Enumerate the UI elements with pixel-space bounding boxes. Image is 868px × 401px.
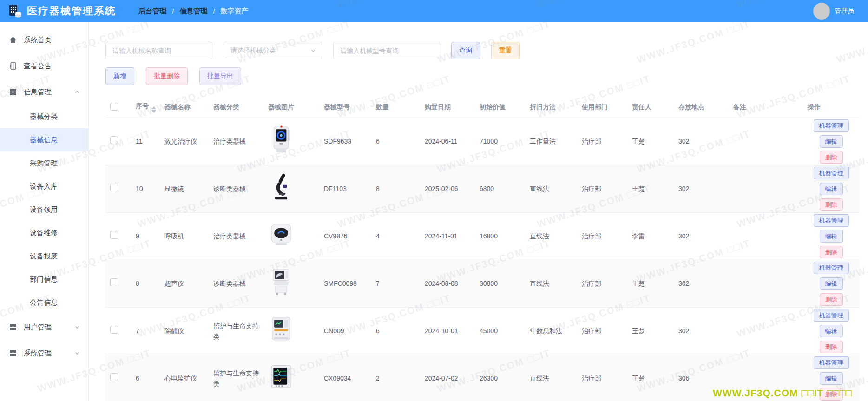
equipment-model: CV9876 <box>324 232 348 240</box>
category-select[interactable]: 请选择机械分类 <box>224 42 322 59</box>
delete-button[interactable]: 删除 <box>820 246 843 258</box>
batch-delete-button[interactable]: 批量删除 <box>146 67 188 85</box>
delete-button[interactable]: 删除 <box>820 151 843 164</box>
column-header: 数量 <box>376 103 389 111</box>
edit-button[interactable]: 编辑 <box>820 325 843 337</box>
delete-button[interactable]: 删除 <box>820 198 843 211</box>
sidebar-subitem-9[interactable]: 公告信息 <box>0 291 88 314</box>
column-header: 序号 <box>136 102 149 110</box>
reset-button[interactable]: 重置 <box>491 42 520 59</box>
column-header: 购置日期 <box>425 103 451 111</box>
edit-button[interactable]: 编辑 <box>820 372 843 385</box>
delete-button[interactable]: 删除 <box>820 341 843 353</box>
table-row: 10显微镜诊断类器械DF110382025-02-066800直线法治疗部王楚3… <box>105 165 859 213</box>
ventilator-photo <box>268 218 294 251</box>
row-checkbox[interactable] <box>110 373 118 381</box>
storage-location: 302 <box>678 185 689 192</box>
breadcrumb-item[interactable]: 后台管理 <box>138 7 166 16</box>
chevron-down-icon <box>310 48 316 53</box>
machine-manage-button[interactable]: 机器管理 <box>814 167 849 179</box>
grid-icon <box>8 348 18 358</box>
grid-icon <box>8 322 18 332</box>
machine-manage-button[interactable]: 机器管理 <box>814 262 849 274</box>
row-checkbox[interactable] <box>110 278 118 286</box>
equipment-category: 监护与生命支持类 <box>213 322 259 340</box>
quantity: 6 <box>376 138 380 145</box>
delete-button[interactable]: 删除 <box>820 388 843 401</box>
edit-button[interactable]: 编辑 <box>820 230 843 243</box>
search-bar: 请选择机械分类 查询 重置 <box>105 42 859 59</box>
query-button[interactable]: 查询 <box>451 42 480 59</box>
breadcrumb-item[interactable]: 信息管理 <box>179 7 207 16</box>
equipment-category: 诊断类器械 <box>213 185 246 192</box>
avatar[interactable] <box>813 3 830 20</box>
name-search-input[interactable] <box>105 42 212 59</box>
machine-manage-button[interactable]: 机器管理 <box>814 214 849 227</box>
sidebar-subitem-label: 设备维修 <box>30 229 58 237</box>
delete-button[interactable]: 删除 <box>820 293 843 306</box>
sidebar-subitem-3[interactable]: 采购管理 <box>0 151 88 175</box>
quantity: 7 <box>376 280 380 287</box>
sidebar-item-1[interactable]: 系统首页 <box>0 27 88 53</box>
storage-location: 302 <box>678 232 689 240</box>
laser-therapy-device-photo <box>268 124 294 156</box>
sort-control[interactable] <box>151 106 156 113</box>
row-checkbox[interactable] <box>110 231 118 239</box>
column-header: 折旧方法 <box>530 103 556 111</box>
sidebar-subitem-6[interactable]: 设备维修 <box>0 221 88 244</box>
breadcrumb-item-current: 数字资产 <box>220 7 248 16</box>
equipment-category: 监护与生命支持类 <box>213 369 259 387</box>
quantity: 2 <box>376 375 380 382</box>
row-checkbox[interactable] <box>110 326 118 334</box>
select-all-checkbox[interactable] <box>110 103 118 111</box>
using-department: 治疗部 <box>582 232 601 240</box>
responsible-person: 李雷 <box>632 232 645 240</box>
username[interactable]: 管理员 <box>835 7 854 15</box>
sidebar-subitem-1[interactable]: 器械分类 <box>0 105 88 128</box>
depreciation-method: 直线法 <box>530 232 549 240</box>
initial-value: 26300 <box>480 375 498 382</box>
machine-manage-button[interactable]: 机器管理 <box>814 309 849 322</box>
machine-manage-button[interactable]: 机器管理 <box>814 119 849 132</box>
edit-button[interactable]: 编辑 <box>820 183 843 195</box>
row-checkbox[interactable] <box>110 136 118 144</box>
sidebar-item-5[interactable]: 系统管理 <box>0 340 88 366</box>
using-department: 治疗部 <box>582 327 601 335</box>
table-row: 6心电监护仪监护与生命支持类CX0903422024-07-0226300直线法… <box>105 355 859 401</box>
responsible-person: 王楚 <box>632 280 645 287</box>
row-index: 11 <box>136 138 143 145</box>
microscope-photo <box>268 171 294 204</box>
sidebar-item-4[interactable]: 用户管理 <box>0 314 88 340</box>
equipment-model: SDF9633 <box>324 138 351 145</box>
column-header: 器械图片 <box>268 103 294 111</box>
row-checkbox[interactable] <box>110 184 118 191</box>
sidebar-subitem-4[interactable]: 设备入库 <box>0 175 88 198</box>
sidebar-subitem-label: 器械分类 <box>30 112 58 121</box>
equipment-model: SMFC0098 <box>324 280 357 287</box>
column-header: 存放地点 <box>678 103 704 111</box>
ultrasound-photo <box>268 266 294 298</box>
add-button[interactable]: 新增 <box>105 67 134 85</box>
app-window: 医疗器械管理系统 后台管理 / 信息管理 / 数字资产 管理员 系统首页查看公告… <box>0 0 868 401</box>
sidebar-item-3[interactable]: 信息管理 <box>0 79 88 105</box>
machine-manage-button[interactable]: 机器管理 <box>814 356 849 369</box>
row-index: 9 <box>136 232 139 240</box>
edit-button[interactable]: 编辑 <box>820 135 843 148</box>
sidebar-subitem-8[interactable]: 部门信息 <box>0 268 88 291</box>
sidebar-item-2[interactable]: 查看公告 <box>0 53 88 79</box>
batch-export-button[interactable]: 批量导出 <box>199 67 241 85</box>
sidebar-subitem-5[interactable]: 设备领用 <box>0 198 88 221</box>
edit-button[interactable]: 编辑 <box>820 277 843 290</box>
table-row: 7除颤仪监护与生命支持类CN00962024-10-0145000年数总和法治疗… <box>105 308 859 355</box>
equipment-model: CN009 <box>324 327 344 335</box>
sidebar-subitem-7[interactable]: 设备报废 <box>0 244 88 268</box>
sidebar-subitem-label: 设备报废 <box>30 252 58 261</box>
table-row: 11激光治疗仪治疗类器械SDF963362024-06-1171000工作量法治… <box>105 118 859 165</box>
depreciation-method: 直线法 <box>530 185 549 192</box>
equipment-model: CX09034 <box>324 375 351 382</box>
model-search-input[interactable] <box>333 42 440 59</box>
chevron-down-icon <box>74 324 80 330</box>
quantity: 8 <box>376 185 380 192</box>
equipment-name: 超声仪 <box>164 280 184 287</box>
sidebar-subitem-2[interactable]: 器械信息 <box>0 128 88 151</box>
